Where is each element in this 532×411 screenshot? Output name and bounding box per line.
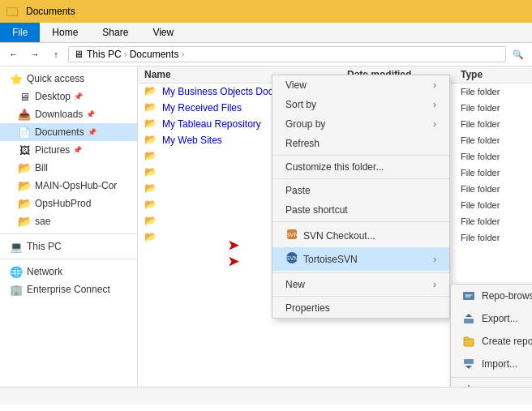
desktop-icon: 🖥 <box>18 90 31 103</box>
sidebar-label-pictures: Pictures <box>35 144 70 156</box>
sidebar-label-bill: Bill <box>35 162 48 173</box>
tortoisesvn-icon: SVN <box>285 251 298 267</box>
sidebar-item-sae[interactable]: 📂 sae <box>0 212 137 230</box>
opshubprod-folder-icon: 📂 <box>18 197 31 210</box>
search-button[interactable]: 🔍 <box>509 45 527 63</box>
svg-marker-8 <box>466 314 472 317</box>
svg-rect-7 <box>464 319 474 323</box>
ctx-new[interactable]: New › <box>272 275 449 294</box>
ctx-refresh-label: Refresh <box>285 138 320 149</box>
ctx-group-by[interactable]: Group by › <box>272 114 449 134</box>
svg-rect-4 <box>463 292 474 300</box>
title-bar-title: Documents <box>26 6 75 17</box>
ctx-view[interactable]: View › <box>272 75 449 95</box>
file-type-3: File folder <box>461 119 526 129</box>
col-header-type[interactable]: Type <box>461 69 526 80</box>
sub-settings[interactable]: Settings <box>451 379 532 387</box>
sub-repo-browser[interactable]: Repo-browser <box>451 285 532 307</box>
sidebar-item-main-opshub[interactable]: 📂 MAIN-OpsHub-Cor <box>0 177 137 195</box>
ctx-group-label: Group by <box>285 118 325 130</box>
sidebar: ⭐ Quick access 🖥 Desktop 📌 📥 Downloads 📌… <box>0 66 138 387</box>
sidebar-label-sae: sae <box>35 216 50 227</box>
sidebar-item-pictures[interactable]: 🖼 Pictures 📌 <box>0 141 137 159</box>
sub-export[interactable]: Export... <box>451 307 532 330</box>
ctx-divider-1 <box>272 155 449 156</box>
ctx-paste[interactable]: Paste <box>272 181 449 200</box>
enterprise-icon: 🏢 <box>10 283 23 296</box>
tab-file[interactable]: File <box>0 23 40 42</box>
file-type-9: File folder <box>461 216 526 226</box>
ctx-sort-label: Sort by <box>285 99 316 110</box>
sidebar-quick-access[interactable]: ⭐ Quick access <box>0 70 137 88</box>
breadcrumb[interactable]: 🖥 This PC › Documents › <box>68 46 506 62</box>
arrow-svn-checkout: ➤ <box>228 238 238 253</box>
sub-export-label: Export... <box>482 313 518 324</box>
pictures-icon: 🖼 <box>18 143 31 156</box>
svn-checkout-icon: SVN <box>285 228 298 243</box>
ctx-properties[interactable]: Properties <box>272 298 449 318</box>
ctx-tortoisesvn[interactable]: SVN TortoiseSVN › <box>272 247 449 271</box>
sidebar-item-documents[interactable]: 📄 Documents 📌 <box>0 123 137 141</box>
sidebar-item-enterprise[interactable]: 🏢 Enterprise Connect <box>0 280 137 298</box>
ribbon: File Home Share View <box>0 23 532 43</box>
sub-settings-label: Settings <box>482 385 517 387</box>
sidebar-item-opshubprod[interactable]: 📂 OpsHubProd <box>0 195 137 212</box>
ctx-paste-shortcut[interactable]: Paste shortcut <box>272 200 449 220</box>
ctx-customize-label: Customize this folder... <box>285 161 384 173</box>
up-button[interactable]: ↑ <box>47 45 65 63</box>
ctx-divider-3 <box>272 221 449 222</box>
ctx-divider-2 <box>272 178 449 179</box>
main-container: ⭐ Quick access 🖥 Desktop 📌 📥 Downloads 📌… <box>0 66 532 387</box>
sidebar-item-downloads[interactable]: 📥 Downloads 📌 <box>0 105 137 123</box>
ctx-tortoisesvn-arrow: › <box>433 254 436 265</box>
file-type-4: File folder <box>461 135 526 145</box>
pin-icon-pictures: 📌 <box>73 146 82 154</box>
ctx-refresh[interactable]: Refresh <box>272 134 449 153</box>
repo-browser-icon <box>462 289 475 302</box>
ctx-svn-checkout[interactable]: SVN SVN Checkout... <box>272 224 449 247</box>
ctx-paste-label: Paste <box>285 185 311 196</box>
sidebar-item-bill[interactable]: 📂 Bill <box>0 159 137 177</box>
sidebar-item-desktop[interactable]: 🖥 Desktop 📌 <box>0 88 137 105</box>
file-list: Name Date modified Type 📂 My Business Ob… <box>138 66 532 387</box>
sidebar-divider-2 <box>0 259 137 259</box>
settings-icon <box>462 384 475 387</box>
bill-folder-icon: 📂 <box>18 161 31 174</box>
sub-create-repo-label: Create repository here <box>482 336 532 347</box>
breadcrumb-sep1: › <box>124 49 127 60</box>
breadcrumb-thispc[interactable]: This PC <box>87 49 122 60</box>
ctx-customize[interactable]: Customize this folder... <box>272 157 449 177</box>
tab-view[interactable]: View <box>140 23 186 42</box>
back-button[interactable]: ← <box>5 45 23 63</box>
ctx-view-arrow: › <box>433 79 436 91</box>
export-icon <box>462 312 475 325</box>
forward-button[interactable]: → <box>26 45 44 63</box>
sub-import[interactable]: Import... <box>451 353 532 375</box>
ctx-sort-by[interactable]: Sort by › <box>272 95 449 114</box>
folder-icon-5: 📂 <box>144 150 157 163</box>
ctx-group-arrow: › <box>433 118 436 130</box>
folder-icon-6: 📂 <box>144 166 157 179</box>
folder-icon-2: 📂 <box>144 101 157 114</box>
title-bar: Documents <box>0 0 532 23</box>
file-type-10: File folder <box>461 233 526 242</box>
file-type-6: File folder <box>461 168 526 178</box>
tab-share[interactable]: Share <box>90 23 140 42</box>
context-menu: ➤ ➤ View › Sort by › Group by › Refresh … <box>272 75 450 319</box>
breadcrumb-documents[interactable]: Documents <box>130 49 179 60</box>
ctx-properties-label: Properties <box>285 302 330 314</box>
sidebar-label-network: Network <box>27 266 62 277</box>
sidebar-divider-1 <box>0 233 137 234</box>
breadcrumb-sep2: › <box>181 49 184 60</box>
ctx-svn-checkout-label: SVN Checkout... <box>303 230 375 242</box>
main-opshub-folder-icon: 📂 <box>18 179 31 192</box>
folder-icon-10: 📂 <box>144 231 157 244</box>
tab-home[interactable]: Home <box>40 23 90 42</box>
quick-access-icon: ⭐ <box>10 72 23 85</box>
file-type-1: File folder <box>461 87 526 96</box>
sidebar-label-desktop: Desktop <box>35 91 71 102</box>
sub-create-repo[interactable]: Create repository here <box>451 330 532 353</box>
sidebar-item-thispc[interactable]: 💻 This PC <box>0 238 137 255</box>
sidebar-item-network[interactable]: 🌐 Network <box>0 263 137 280</box>
sidebar-label-thispc: This PC <box>27 241 62 252</box>
